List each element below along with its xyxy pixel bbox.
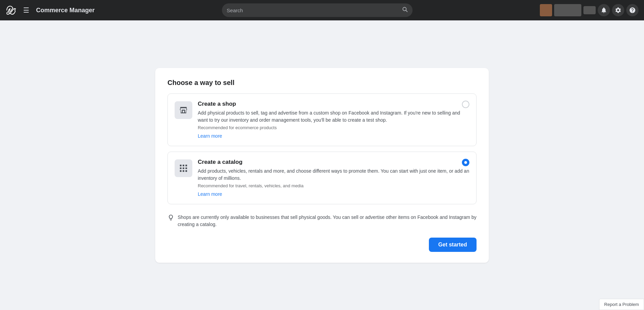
help-icon[interactable]	[626, 4, 639, 16]
topnav-right	[540, 4, 639, 16]
topnav: ☰ Commerce Manager	[0, 0, 644, 20]
catalog-option-title: Create a catalog	[198, 159, 469, 166]
catalog-icon-wrap	[175, 159, 192, 177]
search-icon	[402, 7, 408, 14]
search-container	[99, 3, 536, 17]
catalog-option-content: Create a catalog Add products, vehicles,…	[198, 159, 469, 197]
report-problem-button[interactable]: Report a Problem	[599, 299, 644, 310]
create-shop-option[interactable]: Create a shop Add physical products to s…	[167, 93, 477, 146]
account-name	[554, 4, 581, 16]
card-footer: Get started	[167, 238, 477, 252]
catalog-option-recommended: Recommended for travel, rentals, vehicle…	[198, 183, 469, 188]
shop-option-recommended: Recommended for ecommerce products	[198, 125, 469, 130]
meta-logo[interactable]	[5, 5, 16, 16]
account-extra	[583, 6, 596, 14]
shop-learn-more-link[interactable]: Learn more	[198, 133, 222, 139]
catalog-learn-more-link[interactable]: Learn more	[198, 191, 222, 197]
card-title: Choose a way to sell	[167, 79, 477, 87]
catalog-icon	[179, 163, 188, 173]
info-note-text: Shops are currently only available to bu…	[178, 214, 477, 228]
info-note: Shops are currently only available to bu…	[167, 210, 477, 229]
notifications-icon[interactable]	[598, 4, 610, 16]
menu-icon[interactable]: ☰	[20, 5, 32, 16]
choose-way-card: Choose a way to sell Create a shop Add p…	[155, 68, 489, 263]
shop-icon-wrap	[175, 101, 192, 119]
catalog-radio[interactable]	[462, 159, 469, 166]
catalog-option-desc: Add products, vehicles, rentals and more…	[198, 168, 469, 182]
avatar[interactable]	[540, 4, 552, 16]
shop-option-title: Create a shop	[198, 101, 469, 107]
svg-line-1	[406, 11, 407, 12]
shop-icon	[179, 105, 188, 115]
search-box	[222, 3, 413, 17]
main-content: Choose a way to sell Create a shop Add p…	[0, 0, 644, 310]
shop-option-desc: Add physical products to sell, tag and a…	[198, 109, 469, 124]
shop-radio[interactable]	[462, 101, 469, 108]
settings-icon[interactable]	[612, 4, 624, 16]
app-title: Commerce Manager	[36, 7, 95, 14]
lightbulb-icon	[167, 214, 174, 223]
create-catalog-option[interactable]: Create a catalog Add products, vehicles,…	[167, 152, 477, 204]
search-input[interactable]	[227, 7, 400, 13]
get-started-button[interactable]: Get started	[429, 238, 477, 252]
shop-option-content: Create a shop Add physical products to s…	[198, 101, 469, 139]
